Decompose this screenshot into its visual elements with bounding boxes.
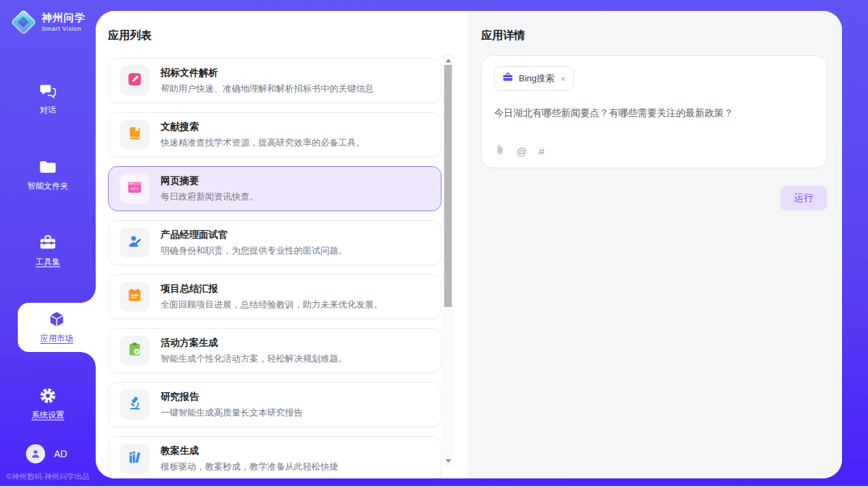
app-card-literature-search[interactable]: 文献搜索 快速精准查找学术资源，提高研究效率的必备工具。 <box>108 112 442 157</box>
app-name: 教案生成 <box>161 445 338 457</box>
app-name: 项目总结汇报 <box>161 283 383 295</box>
app-card-pm-interviewer[interactable]: 产品经理面试官 明确身份和职责，为您提供专业性的面试问题。 <box>108 220 442 265</box>
app-icon-tile <box>120 120 150 150</box>
sidebar-nav: 对话 智能文件夹 工具集 应用市场 系统设置 <box>0 75 96 456</box>
toolbox-icon <box>39 234 57 252</box>
app-detail-title: 应用详情 <box>481 29 827 43</box>
book-icon <box>126 125 143 144</box>
app-desc: 模板驱动，教案秒成，教学准备从此轻松快捷 <box>161 461 338 473</box>
app-desc: 明确身份和职责，为您提供专业性的面试问题。 <box>161 245 347 257</box>
app-icon-tile <box>120 282 150 312</box>
run-button[interactable]: 运行 <box>781 186 827 211</box>
list-scrollbar[interactable] <box>444 55 452 466</box>
copyright-text: ©神州数码·神州问学出品 <box>0 472 96 482</box>
sidebar-item-smart-folder[interactable]: 智能文件夹 <box>0 151 96 199</box>
microscope-icon <box>126 395 143 414</box>
brand-diamond-icon <box>11 10 36 34</box>
app-desc: 智能生成个性化活动方案，轻松解决规划难题。 <box>161 353 347 365</box>
edit-square-icon <box>126 71 143 90</box>
app-name: 研究报告 <box>161 391 303 403</box>
app-list-pane: 应用列表 招标文件解析 帮助用户快速、准确地理解和解析招标书中的关键信息 <box>96 11 467 478</box>
bing-search-tag[interactable]: Bing搜索 × <box>494 66 574 91</box>
chat-icon <box>39 82 57 100</box>
hashtag-icon[interactable]: # <box>539 146 544 157</box>
app-list-title: 应用列表 <box>108 29 467 43</box>
brand-logo: 神州问学 Smart Vision <box>0 0 96 34</box>
sidebar-item-toolset[interactable]: 工具集 <box>0 227 96 275</box>
mention-icon[interactable]: @ <box>517 146 527 157</box>
sidebar-item-settings[interactable]: 系统设置 <box>0 380 96 428</box>
sidebar-item-label: 系统设置 <box>31 409 64 421</box>
app-card-web-summary[interactable]: </> 网页摘要 每日政府新闻资讯快查。 <box>108 166 442 211</box>
app-name: 招标文件解析 <box>161 67 374 79</box>
user-account[interactable]: AD <box>26 444 67 463</box>
app-desc: 全面回顾项目进展，总结经验教训，助力未来优化发展。 <box>161 299 383 311</box>
clipboard-check-icon <box>126 341 143 360</box>
sidebar-item-chat[interactable]: 对话 <box>0 75 96 123</box>
folder-icon <box>39 158 57 176</box>
app-card-project-summary[interactable]: 项目总结汇报 全面回顾项目进展，总结经验教训，助力未来优化发展。 <box>108 274 442 319</box>
query-editor-card[interactable]: Bing搜索 × 今日湖北有哪些新闻要点？有哪些需要关注的最新政策？ @ # <box>481 55 827 168</box>
app-icon-tile <box>120 336 150 366</box>
app-name: 产品经理面试官 <box>161 229 347 241</box>
app-icon-tile <box>120 228 150 258</box>
avatar <box>26 444 45 463</box>
app-name: 网页摘要 <box>161 175 258 187</box>
app-desc: 快速精准查找学术资源，提高研究效率的必备工具。 <box>161 137 365 149</box>
app-icon-tile: </> <box>120 174 150 204</box>
scroll-up-arrow-icon[interactable] <box>444 55 452 65</box>
app-name: 活动方案生成 <box>161 337 347 349</box>
app-desc: 一键智能生成高质量长文本研究报告 <box>161 407 303 419</box>
app-desc: 每日政府新闻资讯快查。 <box>161 191 258 203</box>
app-icon-tile <box>120 390 150 420</box>
main-content: 应用列表 招标文件解析 帮助用户快速、准确地理解和解析招标书中的关键信息 <box>96 11 842 478</box>
query-text[interactable]: 今日湖北有哪些新闻要点？有哪些需要关注的最新政策？ <box>494 107 814 120</box>
app-icon-tile <box>120 66 150 96</box>
svg-text:</>: </> <box>131 186 139 191</box>
brand-name: 神州问学 <box>42 12 85 25</box>
close-icon[interactable]: × <box>560 74 566 84</box>
app-desc: 帮助用户快速、准确地理解和解析招标书中的关键信息 <box>161 83 374 95</box>
sidebar-item-label: 对话 <box>40 105 56 116</box>
sidebar: 神州问学 Smart Vision 对话 智能文件夹 工具集 <box>0 0 96 488</box>
app-card-event-plan[interactable]: 活动方案生成 智能生成个性化活动方案，轻松解决规划难题。 <box>108 328 442 373</box>
app-card-bid-parse[interactable]: 招标文件解析 帮助用户快速、准确地理解和解析招标书中的关键信息 <box>108 58 442 103</box>
person-writing-icon <box>126 233 143 252</box>
briefcase-icon <box>502 72 513 85</box>
books-icon <box>126 449 143 468</box>
calendar-doc-icon <box>126 287 143 306</box>
user-initials: AD <box>54 448 67 459</box>
attachment-icon[interactable] <box>495 144 505 159</box>
app-card-lesson-plan[interactable]: 教案生成 模板驱动，教案秒成，教学准备从此轻松快捷 <box>108 436 442 478</box>
app-icon-tile <box>120 444 150 474</box>
gear-icon <box>39 387 57 405</box>
brand-subtitle: Smart Vision <box>42 25 85 32</box>
tag-label: Bing搜索 <box>519 72 554 85</box>
sidebar-item-label: 应用市场 <box>40 333 73 344</box>
cube-icon <box>48 310 66 328</box>
app-card-list: 招标文件解析 帮助用户快速、准确地理解和解析招标书中的关键信息 文献搜索 快速精… <box>108 58 442 478</box>
app-detail-pane: 应用详情 Bing搜索 × 今日湖北有哪些新闻要点？有哪些需要关注的最新政策？ … <box>467 11 842 478</box>
app-name: 文献搜索 <box>161 121 365 133</box>
scroll-down-arrow-icon[interactable] <box>444 456 452 465</box>
sidebar-item-app-market[interactable]: 应用市场 <box>18 303 96 352</box>
editor-toolbar: @ # <box>495 144 545 159</box>
browser-code-icon: </> <box>126 179 143 198</box>
scrollbar-thumb[interactable] <box>444 65 452 307</box>
app-card-research-report[interactable]: 研究报告 一键智能生成高质量长文本研究报告 <box>108 382 442 427</box>
sidebar-item-label: 智能文件夹 <box>27 180 68 192</box>
sidebar-item-label: 工具集 <box>36 256 60 268</box>
